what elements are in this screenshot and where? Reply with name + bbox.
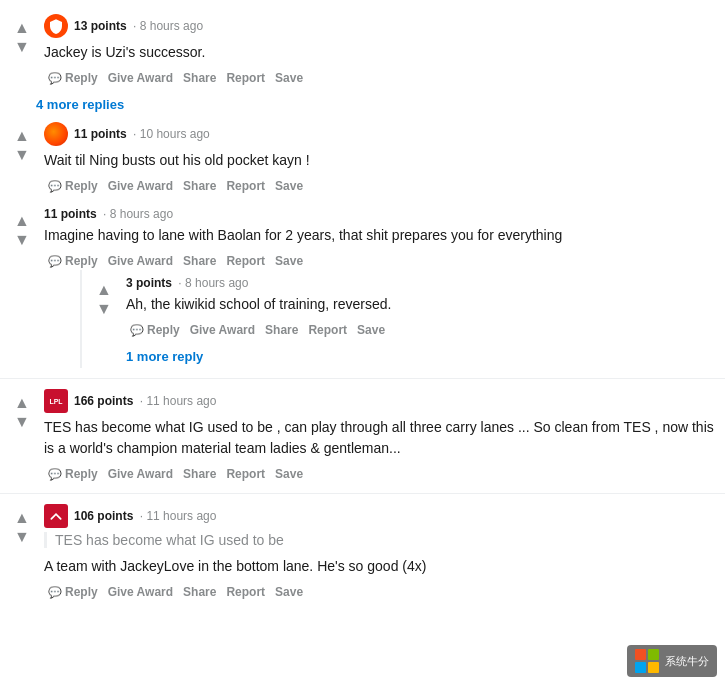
comment-thread: ▲ ▼ 13 points · 8 hours ago Jackey is Uz…: [0, 0, 725, 615]
comment-icon: 💬: [48, 180, 62, 193]
reply-label: Reply: [65, 179, 98, 193]
reply-button[interactable]: 💬 Reply: [44, 465, 102, 483]
timestamp: 8 hours ago: [140, 19, 203, 33]
give-award-button[interactable]: Give Award: [104, 252, 177, 270]
share-button[interactable]: Share: [179, 252, 220, 270]
share-button[interactable]: Share: [179, 69, 220, 87]
give-award-label: Give Award: [108, 467, 173, 481]
comment-meta: 13 points · 8 hours ago: [74, 19, 203, 33]
save-label: Save: [275, 254, 303, 268]
save-button[interactable]: Save: [271, 252, 307, 270]
comment-header: 11 points · 8 hours ago: [44, 207, 717, 221]
save-label: Save: [357, 323, 385, 337]
comment-text: Imagine having to lane with Baolan for 2…: [44, 225, 717, 246]
reply-label: Reply: [65, 71, 98, 85]
share-button[interactable]: Share: [179, 177, 220, 195]
points: 11 points: [74, 127, 127, 141]
comment-actions: 💬 Reply Give Award Share Report Save: [44, 583, 717, 601]
give-award-button[interactable]: Give Award: [186, 321, 259, 339]
share-button[interactable]: Share: [261, 321, 302, 339]
downvote-button[interactable]: ▼: [14, 527, 30, 546]
quote-block: TES has become what IG used to be: [44, 532, 717, 548]
share-label: Share: [183, 71, 216, 85]
save-button[interactable]: Save: [271, 465, 307, 483]
comment-item: ▲ ▼ 11 points · 10 hours ago Wait til Ni…: [0, 116, 725, 201]
upvote-button[interactable]: ▲: [14, 508, 30, 527]
save-label: Save: [275, 585, 303, 599]
downvote-button[interactable]: ▼: [14, 37, 30, 56]
comment-header: 11 points · 10 hours ago: [44, 122, 717, 146]
give-award-button[interactable]: Give Award: [104, 69, 177, 87]
give-award-label: Give Award: [108, 71, 173, 85]
avatar: LPL: [44, 389, 68, 413]
report-label: Report: [226, 254, 265, 268]
more-replies-link[interactable]: 4 more replies: [0, 93, 725, 116]
report-button[interactable]: Report: [304, 321, 351, 339]
divider: [0, 493, 725, 494]
downvote-button[interactable]: ▼: [96, 299, 112, 318]
save-button[interactable]: Save: [271, 583, 307, 601]
vote-column: ▲ ▼: [8, 207, 36, 368]
report-label: Report: [226, 467, 265, 481]
lpl-badge: LPL: [49, 398, 62, 405]
comment-body: 13 points · 8 hours ago Jackey is Uzi's …: [36, 14, 717, 87]
upvote-button[interactable]: ▲: [14, 126, 30, 145]
vote-column: ▲ ▼: [8, 389, 36, 483]
comment-meta: 11 points · 8 hours ago: [44, 207, 173, 221]
share-button[interactable]: Share: [179, 465, 220, 483]
share-button[interactable]: Share: [179, 583, 220, 601]
downvote-button[interactable]: ▼: [14, 145, 30, 164]
reply-label: Reply: [147, 323, 180, 337]
upvote-button[interactable]: ▲: [96, 280, 112, 299]
upvote-button[interactable]: ▲: [14, 393, 30, 412]
save-button[interactable]: Save: [271, 177, 307, 195]
more-replies-link[interactable]: 1 more reply: [90, 345, 717, 368]
comment-text: A team with JackeyLove in the bottom lan…: [44, 556, 717, 577]
give-award-label: Give Award: [108, 254, 173, 268]
save-button[interactable]: Save: [353, 321, 389, 339]
points: 13 points: [74, 19, 127, 33]
upvote-button[interactable]: ▲: [14, 18, 30, 37]
timestamp: 11 hours ago: [146, 509, 216, 523]
report-button[interactable]: Report: [222, 177, 269, 195]
points: 11 points: [44, 207, 97, 221]
give-award-button[interactable]: Give Award: [104, 177, 177, 195]
points: 166 points: [74, 394, 133, 408]
save-label: Save: [275, 179, 303, 193]
report-button[interactable]: Report: [222, 583, 269, 601]
report-button[interactable]: Report: [222, 465, 269, 483]
give-award-button[interactable]: Give Award: [104, 583, 177, 601]
timestamp: 8 hours ago: [110, 207, 173, 221]
reply-button[interactable]: 💬 Reply: [44, 69, 102, 87]
save-button[interactable]: Save: [271, 69, 307, 87]
comment-text: Jackey is Uzi's successor.: [44, 42, 717, 63]
reply-button[interactable]: 💬 Reply: [44, 583, 102, 601]
timestamp: 10 hours ago: [140, 127, 210, 141]
downvote-button[interactable]: ▼: [14, 412, 30, 431]
comment-header: 13 points · 8 hours ago: [44, 14, 717, 38]
comment-body: 11 points · 10 hours ago Wait til Ning b…: [36, 122, 717, 195]
save-label: Save: [275, 467, 303, 481]
report-button[interactable]: Report: [222, 69, 269, 87]
comment-item: ▲ ▼ 3 points · 8 hours ago Ah, the kiwik…: [90, 270, 717, 345]
comment-actions: 💬 Reply Give Award Share Report Save: [44, 69, 717, 87]
share-label: Share: [183, 254, 216, 268]
report-label: Report: [308, 323, 347, 337]
comment-icon: 💬: [48, 255, 62, 268]
reply-button[interactable]: 💬 Reply: [44, 177, 102, 195]
give-award-label: Give Award: [108, 179, 173, 193]
downvote-button[interactable]: ▼: [14, 230, 30, 249]
reply-button[interactable]: 💬 Reply: [126, 321, 184, 339]
reply-label: Reply: [65, 467, 98, 481]
report-button[interactable]: Report: [222, 252, 269, 270]
comment-icon: 💬: [48, 468, 62, 481]
avatar: [44, 504, 68, 528]
upvote-button[interactable]: ▲: [14, 211, 30, 230]
give-award-button[interactable]: Give Award: [104, 465, 177, 483]
comment-icon: 💬: [48, 72, 62, 85]
comment-header: 3 points · 8 hours ago: [126, 276, 709, 290]
comment-body: 106 points · 11 hours ago TES has become…: [36, 504, 717, 601]
comment-meta: 3 points · 8 hours ago: [126, 276, 248, 290]
nested-comments: ▲ ▼ 3 points · 8 hours ago Ah, the kiwik…: [80, 270, 717, 368]
reply-button[interactable]: 💬 Reply: [44, 252, 102, 270]
